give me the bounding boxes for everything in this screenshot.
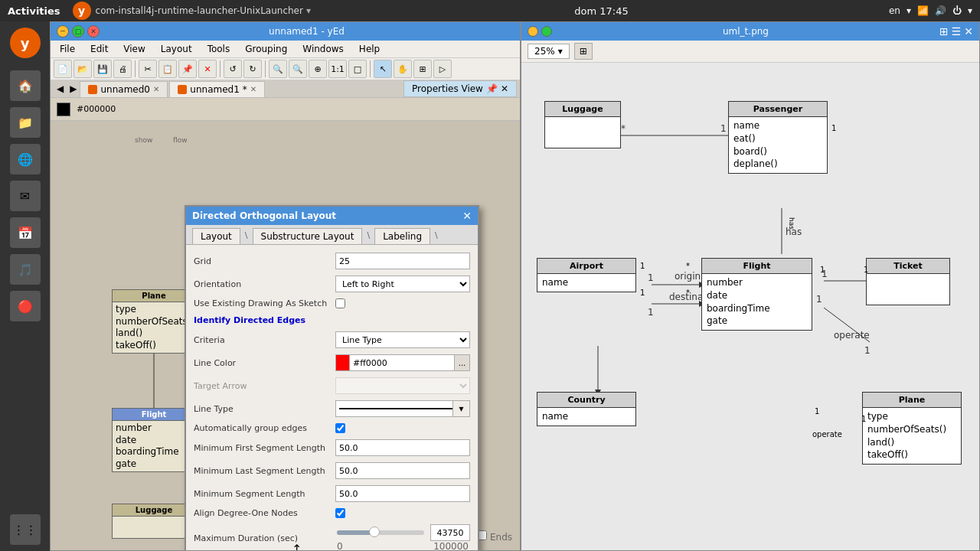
tb-zoom-out[interactable]: 🔍 (289, 60, 307, 78)
tb-grid[interactable]: ⊞ (413, 60, 432, 78)
tb-move[interactable]: ✋ (394, 60, 412, 78)
fit-btn[interactable]: ⊞ (574, 43, 593, 60)
svg-text:*: * (621, 123, 626, 134)
right-max-btn[interactable] (541, 26, 552, 37)
min-first-seg-label: Minimum First Segment Length (194, 443, 335, 453)
close-button[interactable]: ✕ (87, 25, 100, 37)
tb-undo[interactable]: ↺ (224, 60, 242, 78)
tb-redo[interactable]: ↻ (243, 60, 262, 78)
right-panel-icon2[interactable]: ☰ (952, 25, 962, 37)
duration-slider[interactable] (337, 530, 424, 535)
form-row-min-first-seg: Minimum First Segment Length (194, 439, 470, 456)
maximize-button[interactable]: □ (72, 25, 84, 37)
grid-label: Grid (194, 256, 335, 266)
line-type-selector[interactable]: ▾ (335, 400, 470, 417)
tb-cut[interactable]: ✂ (139, 60, 157, 78)
min-last-seg-input[interactable] (335, 462, 470, 479)
sketch-checkbox[interactable] (335, 298, 345, 308)
tb-paste[interactable]: 📌 (178, 60, 197, 78)
tb-zoom-100[interactable]: 1:1 (328, 60, 347, 78)
prop-view-pin[interactable]: 📌 (486, 83, 498, 94)
line-type-dropdown-btn[interactable]: ▾ (452, 401, 469, 416)
color-swatch[interactable] (57, 103, 70, 116)
mini-plane-box: Plane type numberOfSeats() land() takeOf… (112, 289, 196, 354)
menu-layout[interactable]: Layout (155, 42, 198, 56)
target-arrow-select-wrapper (335, 377, 470, 394)
zoom-control[interactable]: 25% ▾ (528, 44, 570, 59)
tab-scroll-right[interactable]: ▶ (67, 83, 80, 94)
slider-row: 43750 (335, 524, 470, 541)
dialog-tab-layout[interactable]: Layout (192, 228, 240, 244)
window-controls[interactable]: ─ □ ✕ (57, 25, 100, 37)
dialog-tab-labeling[interactable]: Labeling (374, 228, 430, 244)
tb-new[interactable]: 📄 (54, 60, 72, 78)
slider-thumb[interactable] (369, 527, 380, 537)
form-row-line-type: Line Type ▾ (194, 400, 470, 417)
right-close-btn[interactable]: ✕ (964, 25, 973, 37)
menu-windows[interactable]: Windows (296, 42, 350, 56)
uml-canvas[interactable]: * 1 1 origin * 1 destination * 1 1 op (521, 63, 979, 550)
uml-passenger: Passenger name eat() board() deplane() (728, 101, 828, 174)
tb-open[interactable]: 📂 (74, 60, 92, 78)
taskbar: Activities y com-install4j-runtime-launc… (0, 0, 980, 21)
form-row-max-duration: Maximum Duration (sec) 43750 0 100000 (194, 524, 470, 550)
tb-save[interactable]: 💾 (93, 60, 112, 78)
uml-airport-header: Airport (537, 259, 635, 274)
sidebar-item-3[interactable]: 🌐 (10, 144, 41, 174)
sidebar-item-4[interactable]: ✉ (10, 181, 41, 211)
uml-passenger-header: Passenger (729, 102, 827, 117)
tb-copy[interactable]: 📋 (158, 60, 177, 78)
menu-file[interactable]: File (54, 42, 81, 56)
mini-plane-header: Plane (113, 290, 195, 302)
grid-input[interactable] (335, 253, 470, 269)
dialog-tab-substructure[interactable]: Substructure Layout (253, 228, 363, 244)
sidebar-item-2[interactable]: 📁 (10, 107, 41, 138)
tb-sep-4 (370, 60, 371, 77)
menu-tools[interactable]: Tools (201, 42, 237, 56)
line-color-input-group: #ff0000 ... (335, 354, 470, 371)
right-min-btn[interactable] (528, 26, 538, 37)
menu-help[interactable]: Help (353, 42, 386, 56)
criteria-select[interactable]: Line Type Target Arrow (335, 331, 470, 348)
tb-fit[interactable]: ⊕ (309, 60, 327, 78)
min-seg-input[interactable] (335, 485, 470, 502)
tab-scroll-left[interactable]: ◀ (54, 83, 67, 94)
tab-unnamed0[interactable]: unnamed0 ✕ (80, 81, 168, 97)
auto-group-checkbox[interactable] (335, 423, 345, 433)
tab-unnamed1[interactable]: unnamed1 * ✕ (169, 81, 265, 97)
sidebar-logo: y (10, 28, 41, 58)
sidebar-item-apps[interactable]: ⋮⋮ (10, 514, 41, 545)
tb-zoom-in[interactable]: 🔍 (269, 60, 287, 78)
tb-delete[interactable]: ✕ (198, 60, 217, 78)
sidebar-item-7[interactable]: 🔴 (10, 291, 41, 321)
sidebar-item-5[interactable]: 📅 (10, 217, 41, 248)
target-arrow-select[interactable] (335, 377, 470, 394)
clock: dom 17:45 (314, 5, 889, 17)
min-first-seg-input[interactable] (335, 439, 470, 456)
conn-operate-2: 1 (815, 407, 819, 416)
prop-view-close[interactable]: ✕ (501, 83, 508, 94)
dialog-close-button[interactable]: ✕ (462, 210, 472, 222)
right-panel-icon1[interactable]: ⊞ (939, 25, 949, 37)
menu-grouping[interactable]: Grouping (239, 42, 293, 56)
tb-overview[interactable]: □ (348, 60, 367, 78)
tb-sep-1 (135, 60, 136, 77)
activities-label[interactable]: Activities (0, 5, 68, 17)
tb-select[interactable]: ↖ (374, 60, 392, 78)
tab-close-0[interactable]: ✕ (153, 85, 159, 93)
sidebar-item-6[interactable]: 🎵 (10, 254, 41, 285)
sidebar-item-1[interactable]: 🏠 (10, 70, 41, 101)
menu-edit[interactable]: Edit (84, 42, 114, 56)
tab-icon-0 (88, 85, 97, 94)
line-color-picker-btn[interactable]: ... (454, 355, 469, 370)
tb-extra[interactable]: ▷ (433, 60, 452, 78)
properties-view-tab[interactable]: Properties View 📌 ✕ (403, 80, 517, 97)
right-panel: uml_t.png ⊞ ☰ ✕ 25% ▾ ⊞ * 1 1 origin * (521, 21, 980, 551)
tb-print[interactable]: 🖨 (113, 60, 132, 78)
align-checkbox[interactable] (335, 508, 345, 518)
menu-view[interactable]: View (117, 42, 151, 56)
orientation-select[interactable]: Left to Right Right to Left Top to Botto… (335, 276, 470, 292)
max-duration-label: Maximum Duration (sec) (194, 533, 335, 543)
tab-close-1[interactable]: ✕ (250, 85, 256, 93)
minimize-button[interactable]: ─ (57, 25, 69, 37)
